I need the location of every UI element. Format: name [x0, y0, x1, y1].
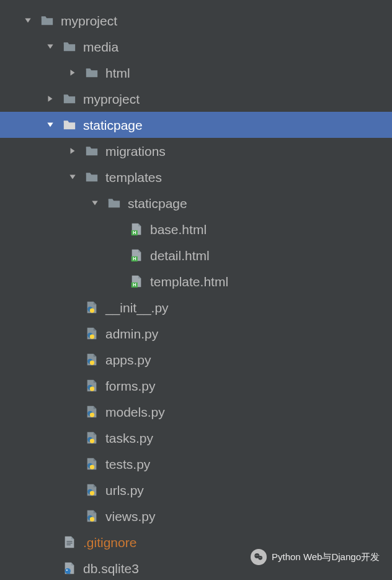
python-file-icon: [84, 509, 99, 523]
html-file-icon: H: [129, 248, 144, 263]
database-file-icon: [62, 561, 77, 576]
svg-point-30: [258, 556, 262, 560]
svg-point-32: [257, 555, 258, 556]
tree-row[interactable]: html: [0, 60, 392, 86]
python-file-icon: [84, 300, 99, 315]
svg-rect-25: [66, 543, 72, 543]
tree-item-label: media: [83, 40, 118, 53]
svg-point-33: [259, 557, 260, 558]
tree-row[interactable]: Hdetail.html: [0, 242, 392, 268]
tree-row[interactable]: __init__.py: [0, 294, 392, 320]
chevron-down-icon[interactable]: [45, 119, 56, 130]
tree-item-label: __init__.py: [105, 301, 169, 314]
project-tree[interactable]: myprojectmediahtmlmyprojectstaticpagemig…: [0, 0, 392, 580]
python-file-icon: [84, 430, 99, 445]
tree-row[interactable]: media: [0, 34, 392, 60]
tree-item-label: base.html: [150, 223, 207, 236]
python-file-icon: [84, 456, 99, 471]
tree-row[interactable]: views.py: [0, 503, 392, 529]
svg-rect-26: [66, 545, 70, 545]
svg-point-19: [90, 464, 94, 469]
chevron-right-icon[interactable]: [45, 93, 56, 104]
tree-row[interactable]: tests.py: [0, 451, 392, 477]
tree-row[interactable]: staticpage: [0, 190, 392, 216]
svg-point-21: [90, 491, 94, 495]
text-file-icon: [62, 535, 77, 550]
python-file-icon: [84, 378, 99, 393]
svg-text:H: H: [133, 256, 136, 261]
tree-item-label: myproject: [61, 14, 117, 27]
tree-row[interactable]: myproject: [0, 7, 392, 34]
tree-row[interactable]: Htemplate.html: [0, 268, 392, 294]
svg-text:H: H: [133, 230, 136, 235]
tree-item-label: migrations: [105, 145, 166, 158]
folder-icon: [62, 39, 77, 54]
folder-icon: [84, 65, 99, 80]
tree-row[interactable]: tasks.py: [0, 425, 392, 451]
svg-point-28: [66, 569, 68, 571]
folder-icon: [40, 13, 55, 28]
tree-item-label: tests.py: [105, 458, 150, 471]
svg-point-13: [90, 386, 94, 391]
chevron-down-icon[interactable]: [22, 15, 33, 26]
tree-item-label: html: [105, 66, 130, 79]
tree-item-label: admin.py: [105, 327, 158, 340]
tree-row[interactable]: models.py: [0, 399, 392, 425]
svg-point-7: [90, 308, 94, 312]
tree-row[interactable]: myproject: [0, 86, 392, 112]
svg-point-31: [256, 555, 256, 556]
chevron-down-icon[interactable]: [45, 41, 56, 52]
tree-item-label: tasks.py: [105, 432, 153, 445]
html-file-icon: H: [129, 222, 144, 237]
tree-item-label: apps.py: [105, 353, 151, 366]
tree-item-label: template.html: [150, 275, 228, 288]
wechat-icon: [251, 549, 267, 565]
tree-row[interactable]: templates: [0, 164, 392, 190]
tree-item-label: .gitignore: [83, 536, 136, 549]
svg-point-11: [90, 360, 94, 365]
folder-icon: [84, 170, 99, 184]
tree-item-label: staticpage: [83, 119, 143, 132]
tree-row[interactable]: apps.py: [0, 347, 392, 373]
tree-item-label: myproject: [83, 93, 140, 106]
python-file-icon: [84, 352, 99, 367]
chevron-right-icon[interactable]: [67, 145, 78, 156]
tree-item-label: models.py: [105, 406, 165, 419]
svg-point-15: [90, 412, 94, 417]
svg-point-17: [90, 438, 94, 443]
chevron-down-icon[interactable]: [67, 171, 78, 183]
tree-item-label: urls.py: [105, 484, 144, 497]
tree-item-label: forms.py: [105, 379, 156, 392]
tree-item-label: db.sqlite3: [83, 562, 139, 575]
tree-row[interactable]: forms.py: [0, 373, 392, 399]
python-file-icon: [84, 404, 99, 419]
chevron-down-icon[interactable]: [89, 197, 100, 209]
tree-row[interactable]: admin.py: [0, 320, 392, 347]
watermark-text: Python Web与Django开发: [272, 551, 380, 563]
folder-icon: [62, 91, 77, 106]
tree-item-label: staticpage: [128, 197, 187, 210]
folder-icon: [107, 196, 122, 211]
tree-row[interactable]: staticpage: [0, 112, 392, 138]
tree-item-label: templates: [105, 171, 162, 184]
svg-point-9: [90, 334, 94, 338]
svg-point-23: [90, 517, 94, 521]
folder-icon: [84, 143, 99, 158]
tree-item-label: views.py: [105, 510, 156, 523]
watermark: Python Web与Django开发: [251, 549, 380, 565]
html-file-icon: H: [129, 274, 144, 289]
tree-row[interactable]: Hbase.html: [0, 216, 392, 242]
tree-row[interactable]: migrations: [0, 138, 392, 164]
python-file-icon: [84, 326, 99, 341]
chevron-right-icon[interactable]: [67, 67, 78, 78]
svg-point-34: [261, 557, 261, 558]
folder-icon: [62, 117, 77, 132]
svg-rect-24: [66, 541, 72, 541]
python-file-icon: [84, 483, 99, 497]
tree-item-label: detail.html: [150, 249, 210, 262]
svg-text:H: H: [133, 282, 136, 288]
tree-row[interactable]: urls.py: [0, 477, 392, 503]
